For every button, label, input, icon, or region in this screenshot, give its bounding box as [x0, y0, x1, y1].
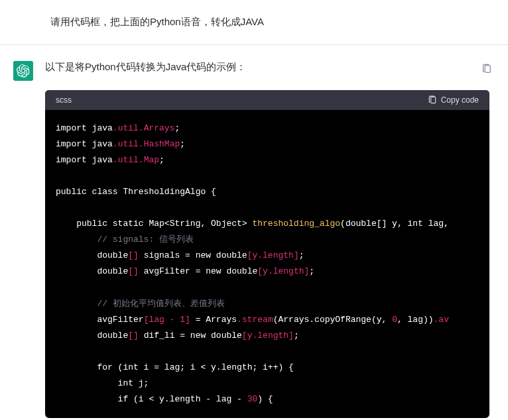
user-text: 请用代码框，把上面的Python语音，转化成JAVA	[50, 16, 264, 27]
assistant-content: 以下是将Python代码转换为Java代码的示例： scss Copy code	[45, 61, 495, 418]
clipboard-icon	[428, 95, 437, 105]
svg-rect-1	[430, 97, 435, 103]
copy-code-label: Copy code	[441, 95, 479, 105]
code-block: scss Copy code import java.util.Arrays; …	[45, 90, 489, 418]
svg-rect-0	[485, 66, 490, 73]
clipboard-icon	[481, 64, 492, 74]
assistant-message: 以下是将Python代码转换为Java代码的示例： scss Copy code	[0, 45, 508, 418]
assistant-header: 以下是将Python代码转换为Java代码的示例：	[45, 61, 495, 79]
code-header: scss Copy code	[45, 90, 489, 110]
assistant-avatar	[13, 61, 33, 81]
code-content: import java.util.Arrays; import java.uti…	[45, 110, 489, 418]
copy-code-button[interactable]: Copy code	[428, 95, 479, 105]
code-language-label: scss	[56, 95, 72, 105]
copy-message-button[interactable]	[479, 61, 495, 79]
openai-logo-icon	[17, 64, 30, 78]
assistant-intro-text: 以下是将Python代码转换为Java代码的示例：	[45, 61, 246, 74]
user-message: 请用代码框，把上面的Python语音，转化成JAVA	[0, 0, 508, 45]
